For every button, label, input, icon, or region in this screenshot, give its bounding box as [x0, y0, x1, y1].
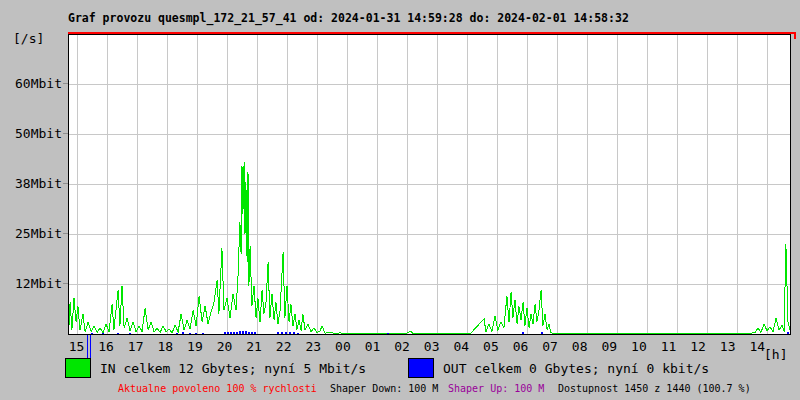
- status-shaper-down: Shaper Down: 100 M: [330, 383, 438, 394]
- y-tick-mark: [63, 183, 68, 184]
- out-traffic-bar: [254, 332, 256, 334]
- out-traffic-bar: [293, 332, 295, 334]
- x-tick-label: 13: [713, 339, 743, 354]
- out-traffic-bar: [297, 333, 299, 334]
- out-traffic-bar: [189, 333, 191, 334]
- traffic-chart: [69, 35, 790, 334]
- limit-line-end-notch: [794, 32, 796, 39]
- x-tick-label: 12: [683, 339, 713, 354]
- status-shaper-up: Shaper Up: 100 M: [448, 383, 544, 394]
- out-traffic-bar: [281, 332, 283, 334]
- x-tick-label: 07: [535, 339, 565, 354]
- status-availability: Dostupnost 1450 z 1440 (100.7 %): [558, 383, 751, 394]
- x-tick-label: 21: [239, 339, 269, 354]
- x-tick-label: 22: [269, 339, 299, 354]
- y-tick-label: 50Mbit: [0, 126, 62, 141]
- legend-in-swatch: [65, 358, 91, 378]
- out-traffic-bar: [236, 332, 238, 334]
- out-traffic-bar: [285, 332, 287, 334]
- x-tick-label: 11: [654, 339, 684, 354]
- out-traffic-bar: [195, 333, 197, 334]
- x-axis-unit-label: [h]: [764, 347, 787, 362]
- x-tick-label: 00: [328, 339, 358, 354]
- out-traffic-bar: [277, 332, 279, 334]
- out-traffic-bar: [522, 332, 524, 334]
- out-traffic-bar: [239, 331, 241, 334]
- x-tick-label: 06: [506, 339, 536, 354]
- x-tick-label: 05: [476, 339, 506, 354]
- out-traffic-bar: [102, 333, 104, 334]
- out-traffic-bar: [117, 333, 119, 334]
- graph-title: Graf provozu quesmpl_172_21_57_41 od: 20…: [68, 11, 629, 25]
- x-tick-label: 20: [210, 339, 240, 354]
- legend-out-label: OUT celkem 0 Gbytes; nyní 0 kbit/s: [443, 361, 709, 376]
- out-traffic-bar: [248, 332, 250, 334]
- out-traffic-bar: [387, 333, 389, 334]
- plot-area: [68, 34, 791, 335]
- x-tick-label: 09: [594, 339, 624, 354]
- x-tick-label: 17: [121, 339, 151, 354]
- legend-in-label: IN celkem 12 Gbytes; nyní 5 Mbit/s: [100, 361, 366, 376]
- legend-out-swatch: [408, 358, 434, 378]
- y-tick-mark: [63, 83, 68, 84]
- x-tick-label: 02: [387, 339, 417, 354]
- out-traffic-bar: [129, 333, 131, 334]
- out-traffic-bar: [182, 332, 184, 334]
- day-start-marker: [87, 335, 91, 360]
- out-traffic-bar: [541, 332, 543, 334]
- y-tick-label: 38Mbit: [0, 176, 62, 191]
- traffic-graph-page: { "title": "Graf provozu quesmpl_172_21_…: [0, 0, 800, 400]
- y-axis-unit-label: [/s]: [13, 31, 44, 46]
- x-tick-label: 01: [358, 339, 388, 354]
- out-traffic-bar: [202, 333, 204, 334]
- x-tick-label: 10: [624, 339, 654, 354]
- out-traffic-bar: [787, 332, 789, 334]
- out-traffic-bar: [224, 332, 226, 334]
- out-traffic-bar: [227, 332, 229, 334]
- out-traffic-bar: [233, 332, 235, 334]
- y-tick-mark: [63, 233, 68, 234]
- y-tick-mark: [63, 283, 68, 284]
- out-traffic-bar: [289, 332, 291, 334]
- out-traffic-bar: [230, 332, 232, 334]
- x-tick-label: 18: [150, 339, 180, 354]
- x-tick-label: 04: [446, 339, 476, 354]
- out-traffic-bar: [251, 332, 253, 334]
- out-traffic-bar: [245, 331, 247, 334]
- y-tick-label: 12Mbit: [0, 276, 62, 291]
- x-tick-label: 03: [417, 339, 447, 354]
- y-tick-label: 60Mbit: [0, 76, 62, 91]
- out-traffic-bar: [242, 331, 244, 334]
- out-traffic-bar: [91, 333, 93, 334]
- x-tick-label: 23: [298, 339, 328, 354]
- y-tick-mark: [63, 133, 68, 134]
- x-tick-label: 08: [565, 339, 595, 354]
- status-allowed-speed: Aktualne povoleno 100 % rychlosti: [118, 383, 317, 394]
- out-traffic-bar: [176, 333, 178, 334]
- x-tick-label: 16: [91, 339, 121, 354]
- x-tick-label: 19: [180, 339, 210, 354]
- y-tick-label: 25Mbit: [0, 226, 62, 241]
- in-traffic-line: [69, 162, 790, 334]
